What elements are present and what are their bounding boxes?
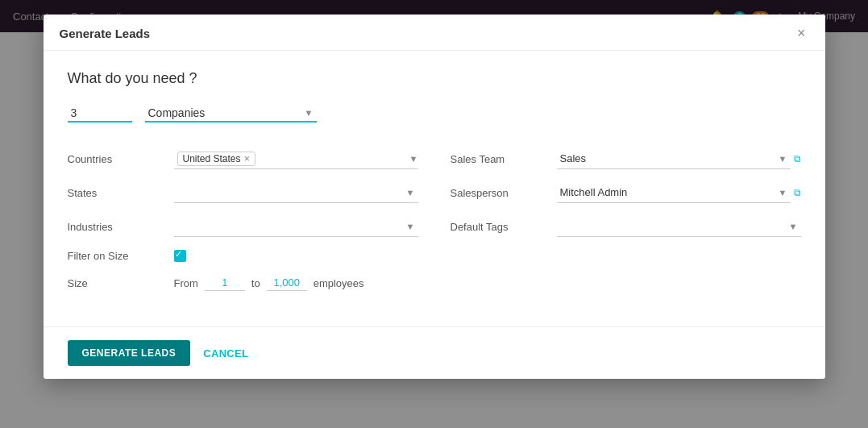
- sales-team-select-wrapper: Sales ▼: [557, 148, 791, 169]
- salesperson-control: Mitchell Admin ▼ ⧉: [557, 182, 801, 203]
- filter-on-size-label: Filter on Size: [68, 250, 164, 262]
- default-tags-label: Default Tags: [451, 221, 547, 233]
- modal-subtitle: What do you need ?: [68, 70, 801, 87]
- modal-footer: GENERATE LEADS CANCEL: [44, 327, 825, 379]
- industries-select[interactable]: [174, 218, 418, 234]
- industries-select-wrapper: ▼: [174, 216, 418, 237]
- countries-label: Countries: [68, 153, 164, 165]
- sales-team-label: Sales Team: [451, 153, 547, 165]
- size-to-text: to: [251, 277, 260, 289]
- close-button[interactable]: ×: [794, 26, 809, 40]
- countries-dropdown-arrow-icon[interactable]: ▼: [409, 154, 418, 164]
- fields-grid: Countries United States × ▼ States: [68, 142, 801, 297]
- salesperson-select[interactable]: Mitchell Admin: [557, 185, 791, 200]
- size-employees-text: employees: [314, 277, 364, 289]
- size-row: Size From to employees: [68, 268, 418, 297]
- countries-tag-remove[interactable]: ×: [244, 153, 251, 164]
- size-label: Size: [68, 277, 164, 289]
- cancel-button[interactable]: CANCEL: [203, 347, 248, 359]
- sales-team-field-row: Sales Team Sales ▼ ⧉: [451, 142, 801, 176]
- salesperson-external-link-icon[interactable]: ⧉: [794, 187, 801, 198]
- countries-tag-input[interactable]: United States ×: [174, 148, 418, 169]
- countries-control: United States × ▼: [174, 148, 418, 169]
- count-type-row: Companies Contacts Companies and their C…: [68, 105, 801, 123]
- states-field-row: States ▼: [68, 176, 418, 210]
- generate-leads-button[interactable]: GENERATE LEADS: [68, 340, 191, 366]
- modal-header: Generate Leads ×: [44, 15, 825, 51]
- right-column: Sales Team Sales ▼ ⧉ Salesperson: [451, 142, 801, 297]
- states-select-wrapper: ▼: [174, 182, 418, 203]
- filter-on-size-checkbox[interactable]: [174, 250, 186, 262]
- sales-team-control: Sales ▼ ⧉: [557, 148, 801, 169]
- type-select[interactable]: Companies Contacts Companies and their C…: [145, 105, 317, 123]
- sales-team-external-link-icon[interactable]: ⧉: [794, 153, 801, 164]
- states-control: ▼: [174, 182, 418, 203]
- salesperson-field-row: Salesperson Mitchell Admin ▼ ⧉: [451, 176, 801, 210]
- filter-on-size-row: Filter on Size: [68, 243, 418, 268]
- default-tags-field-row: Default Tags ▼: [451, 210, 801, 243]
- size-from-input[interactable]: [205, 275, 245, 291]
- default-tags-select-wrapper: ▼: [557, 216, 801, 237]
- size-control: From to employees: [174, 275, 364, 291]
- countries-tag: United States ×: [177, 152, 256, 166]
- industries-label: Industries: [68, 221, 164, 233]
- count-input[interactable]: [68, 105, 132, 123]
- states-label: States: [68, 187, 164, 199]
- countries-field-row: Countries United States × ▼: [68, 142, 418, 176]
- salesperson-select-wrapper: Mitchell Admin ▼: [557, 182, 791, 203]
- salesperson-label: Salesperson: [451, 187, 547, 199]
- default-tags-control: ▼: [557, 216, 801, 237]
- modal-title: Generate Leads: [60, 27, 151, 40]
- states-select[interactable]: [174, 185, 418, 200]
- sales-team-select[interactable]: Sales: [557, 151, 791, 166]
- size-from-text: From: [174, 277, 198, 289]
- left-column: Countries United States × ▼ States: [68, 142, 418, 297]
- industries-control: ▼: [174, 216, 418, 237]
- default-tags-select[interactable]: [557, 218, 801, 234]
- generate-leads-modal: Generate Leads × What do you need ? Comp…: [44, 15, 825, 379]
- industries-field-row: Industries ▼: [68, 210, 418, 243]
- countries-tag-text: United States: [183, 153, 241, 164]
- type-select-wrapper: Companies Contacts Companies and their C…: [145, 105, 317, 123]
- modal-body: What do you need ? Companies Contacts Co…: [44, 51, 825, 314]
- size-to-input[interactable]: [267, 275, 307, 291]
